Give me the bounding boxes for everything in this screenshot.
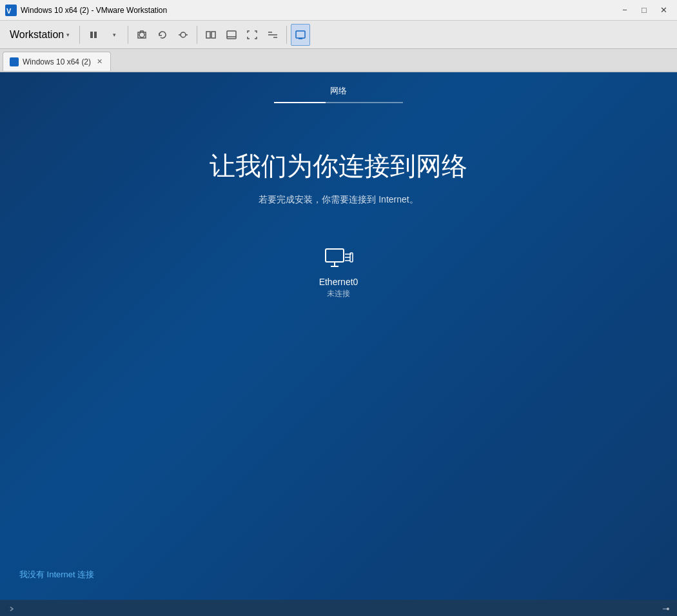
network-list-item[interactable]: Ethernet0 未连接	[306, 238, 371, 306]
window-title: Windows 10 x64 (2) - VMware Workstation	[21, 6, 616, 15]
svg-point-4	[139, 32, 144, 37]
svg-rect-2	[90, 32, 93, 38]
svg-rect-15	[296, 31, 305, 38]
workstation-menu[interactable]: Workstation ▾	[4, 24, 75, 46]
close-button[interactable]: ✕	[655, 4, 672, 17]
svg-rect-18	[326, 249, 344, 262]
vm-display-button[interactable]	[291, 24, 310, 46]
vm-scroll-left-icon	[5, 604, 18, 613]
manage-snapshots-button[interactable]	[173, 24, 193, 46]
svg-point-5	[181, 32, 186, 37]
svg-rect-8	[206, 32, 210, 38]
maximize-button[interactable]: □	[636, 4, 652, 17]
toolbar-separator-2	[128, 26, 128, 44]
ethernet-icon	[322, 245, 355, 272]
vm-scroll-right-icon	[659, 604, 672, 613]
vmware-logo: V	[5, 5, 17, 16]
fullscreen-button[interactable]	[242, 24, 262, 46]
pause-dropdown-button[interactable]: ▾	[104, 24, 124, 46]
network-adapter-status: 未连接	[327, 288, 350, 299]
tab-label: Windows 10 x64 (2)	[23, 57, 91, 66]
windows-setup-overlay: 网络 让我们为你连接到网络 若要完成安装，你需要连接到 Internet。	[0, 72, 677, 600]
unity-button[interactable]	[201, 24, 221, 46]
no-border-button[interactable]	[263, 24, 282, 46]
toolbar-separator-4	[286, 26, 287, 44]
workstation-label: Workstation	[10, 29, 64, 41]
progress-line	[274, 102, 403, 103]
setup-subtitle-text: 若要完成安装，你需要连接到 Internet。	[259, 194, 418, 206]
revert-snapshot-button[interactable]	[153, 24, 172, 46]
main-toolbar: Workstation ▾ ▾	[0, 21, 677, 49]
svg-rect-10	[227, 31, 236, 39]
snapshot-button[interactable]	[132, 24, 152, 46]
minimize-button[interactable]: −	[616, 4, 633, 17]
tab-vm-icon	[10, 57, 19, 66]
svg-point-25	[667, 608, 669, 610]
svg-rect-3	[94, 32, 97, 38]
svg-rect-9	[211, 32, 215, 38]
network-adapter-name: Ethernet0	[319, 277, 358, 287]
toolbar-separator-3	[197, 26, 197, 44]
vm-screen[interactable]: 网络 让我们为你连接到网络 若要完成安装，你需要连接到 Internet。	[0, 72, 677, 600]
chevron-down-icon: ▾	[66, 32, 70, 38]
vm-tab[interactable]: Windows 10 x64 (2) ✕	[3, 52, 111, 71]
vm-scrollbar-area	[0, 600, 677, 616]
network-icon-wrapper	[319, 244, 358, 273]
setup-progress-bar: 网络	[0, 72, 677, 110]
pause-button[interactable]	[84, 24, 103, 46]
no-internet-link[interactable]: 我没有 Internet 连接	[19, 569, 94, 581]
progress-step-label: 网络	[330, 85, 347, 97]
tab-bar: Windows 10 x64 (2) ✕	[0, 49, 677, 72]
single-vm-button[interactable]	[222, 24, 241, 46]
setup-title-heading: 让我们为你连接到网络	[210, 148, 467, 184]
title-bar: V Windows 10 x64 (2) - VMware Workstatio…	[0, 0, 677, 21]
tab-close-button[interactable]: ✕	[95, 57, 104, 66]
svg-text:V: V	[6, 7, 12, 15]
setup-main-content: 让我们为你连接到网络 若要完成安装，你需要连接到 Internet。	[0, 110, 677, 306]
toolbar-separator-1	[79, 26, 80, 44]
window-controls: − □ ✕	[616, 4, 672, 17]
